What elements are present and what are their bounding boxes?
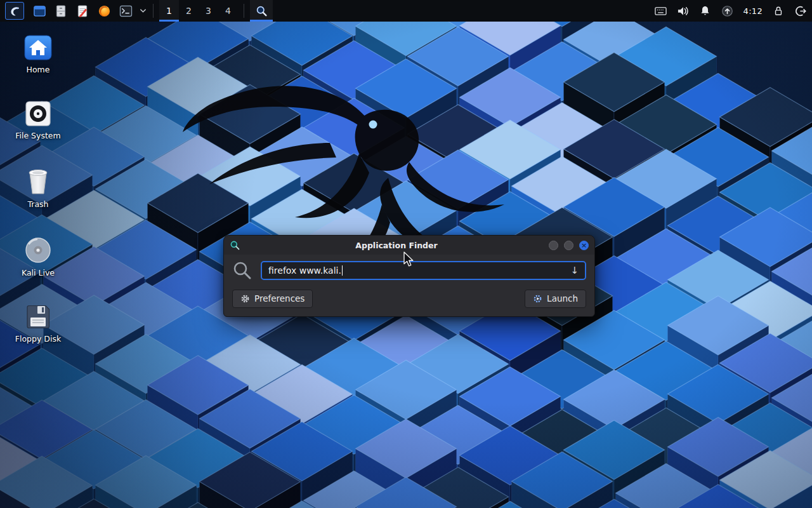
terminal-launcher[interactable] [117, 2, 134, 20]
terminal-icon [119, 5, 133, 17]
window-buttons: × [549, 241, 589, 250]
preferences-label: Preferences [254, 293, 304, 304]
gear-icon [240, 294, 250, 304]
application-finder-window: Application Finder × firefox www.kali. ↓ [223, 235, 595, 317]
magnifier-icon [256, 5, 268, 17]
file-cabinet-launcher[interactable] [52, 2, 70, 20]
desktop-icon-file-system[interactable]: File System [10, 100, 66, 140]
desktop-icon-label: File System [15, 131, 61, 140]
workspace-3-button[interactable]: 3 [199, 0, 218, 22]
chevron-down-icon [140, 8, 147, 13]
panel-clock[interactable]: 4:12 [743, 6, 763, 16]
updates-status-icon[interactable] [721, 4, 734, 17]
launch-label: Launch [547, 293, 578, 304]
disc-icon [24, 236, 52, 264]
desktop-icon-trash[interactable]: Trash [10, 168, 66, 209]
volume-icon[interactable] [677, 4, 690, 17]
panel-separator [153, 4, 154, 18]
appfinder-window-icon [230, 240, 240, 251]
text-cursor [342, 265, 343, 276]
firefox-launcher[interactable] [95, 2, 113, 20]
workspace-1-button[interactable]: 1 [159, 0, 179, 22]
file-manager-icon [33, 4, 46, 18]
desktop-icon-home[interactable]: Home [10, 34, 66, 74]
window-title: Application Finder [249, 241, 544, 250]
panel-separator [244, 4, 244, 18]
desktop-icon-kali-live[interactable]: Kali Live [10, 236, 66, 277]
close-button[interactable]: × [579, 241, 589, 250]
logout-power-icon[interactable] [794, 4, 807, 17]
file-system-icon [25, 100, 51, 127]
search-input-value: firefox www.kali. [268, 265, 341, 276]
close-icon: × [581, 242, 587, 249]
kali-logo-icon [8, 4, 22, 18]
system-tray: 4:12 [655, 0, 807, 22]
top-panel: 1 2 3 4 [0, 0, 812, 22]
maximize-button[interactable] [564, 241, 573, 250]
desktop-icon-label: Trash [27, 200, 48, 209]
panel-left-group: 1 2 3 4 [5, 0, 273, 22]
home-folder-icon [23, 34, 53, 61]
file-cabinet-icon [55, 4, 67, 18]
workspace-2-button[interactable]: 2 [179, 0, 199, 22]
taskbar-appfinder-button[interactable] [250, 0, 273, 22]
search-icon [232, 260, 252, 281]
search-input[interactable]: firefox www.kali. ↓ [261, 261, 586, 280]
workspace-switcher: 1 2 3 4 [159, 0, 238, 22]
desktop-icon-label: Kali Live [22, 269, 55, 277]
window-titlebar[interactable]: Application Finder × [224, 236, 594, 255]
file-manager-launcher[interactable] [30, 2, 48, 20]
panel-launchers [30, 2, 147, 20]
launcher-dropdown-button[interactable] [138, 2, 147, 20]
desktop-icon-floppy-disk[interactable]: Floppy Disk [10, 304, 66, 344]
text-editor-icon [76, 4, 89, 18]
minimize-button[interactable] [549, 241, 558, 250]
history-dropdown-icon[interactable]: ↓ [570, 265, 579, 276]
notifications-bell-icon[interactable] [699, 4, 712, 17]
launch-button[interactable]: Launch [525, 290, 586, 308]
kali-menu-button[interactable] [5, 2, 24, 20]
desktop-icon-label: Home [27, 65, 50, 74]
launch-icon [533, 294, 542, 304]
workspace-4-button[interactable]: 4 [218, 0, 238, 22]
preferences-button[interactable]: Preferences [232, 290, 313, 308]
desktop-icon-label: Floppy Disk [15, 335, 61, 344]
floppy-disk-icon [25, 304, 51, 330]
firefox-icon [98, 4, 111, 18]
trash-bin-icon [25, 168, 51, 196]
lock-screen-icon[interactable] [772, 4, 785, 17]
text-editor-launcher[interactable] [74, 2, 91, 20]
keyboard-indicator-icon[interactable] [655, 4, 667, 17]
appfinder-body: firefox www.kali. ↓ Preferences Launch [224, 255, 594, 316]
